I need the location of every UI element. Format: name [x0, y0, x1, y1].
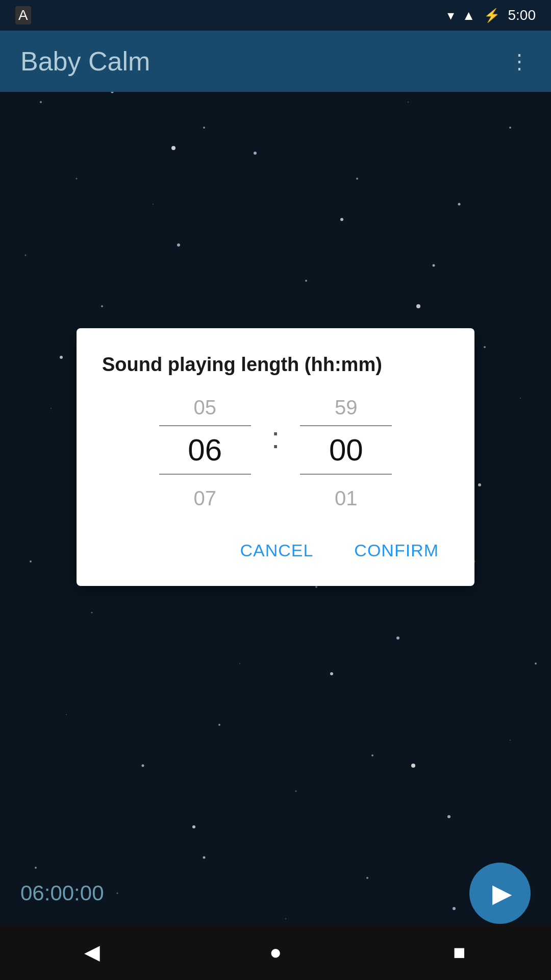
- status-time: 5:00: [508, 7, 536, 23]
- main-content: Sound playing length (hh:mm) 05 06 07 : …: [0, 92, 551, 924]
- home-button[interactable]: ●: [255, 932, 296, 972]
- status-bar-right: ▾ ▲ ⚡ 5:00: [447, 7, 536, 23]
- status-bar-left: A: [15, 6, 31, 24]
- dialog-title: Sound playing length (hh:mm): [102, 354, 449, 376]
- hours-below: 07: [193, 487, 216, 510]
- signal-icon: ▲: [462, 8, 475, 23]
- app-bar: Baby Calm ⋮: [0, 31, 551, 92]
- overflow-menu-icon[interactable]: ⋮: [509, 50, 531, 73]
- hours-divider-bottom: [159, 474, 251, 475]
- minutes-current: 00: [329, 432, 363, 468]
- hours-current: 06: [188, 432, 222, 468]
- hours-picker[interactable]: 05 06 07: [154, 396, 256, 510]
- minutes-divider-top: [300, 425, 392, 426]
- minutes-divider-bottom: [300, 474, 392, 475]
- confirm-button[interactable]: CONFIRM: [344, 535, 449, 566]
- time-picker-dialog: Sound playing length (hh:mm) 05 06 07 : …: [77, 328, 474, 586]
- dialog-actions: CANCEL CONFIRM: [102, 535, 449, 566]
- hours-above: 05: [193, 396, 216, 419]
- app-title: Baby Calm: [20, 46, 150, 77]
- battery-icon: ⚡: [484, 8, 500, 23]
- cancel-button[interactable]: CANCEL: [230, 535, 323, 566]
- app-icon: A: [15, 6, 31, 24]
- recents-button[interactable]: ■: [439, 932, 480, 972]
- back-button[interactable]: ◀: [71, 932, 112, 972]
- picker-container: 05 06 07 : 59 00 01: [102, 396, 449, 510]
- hours-divider-top: [159, 425, 251, 426]
- minutes-picker[interactable]: 59 00 01: [295, 396, 397, 510]
- minutes-above: 59: [335, 396, 358, 419]
- play-button[interactable]: ▶: [469, 863, 531, 924]
- time-separator: :: [271, 420, 280, 455]
- wifi-icon: ▾: [447, 8, 454, 23]
- play-icon: ▶: [492, 878, 512, 908]
- nav-bar: ◀ ● ■: [0, 924, 551, 980]
- timer-display: 06:00:00: [20, 881, 104, 905]
- status-bar: A ▾ ▲ ⚡ 5:00: [0, 0, 551, 31]
- minutes-below: 01: [335, 487, 358, 510]
- bottom-area: 06:00:00 ▶: [0, 863, 551, 924]
